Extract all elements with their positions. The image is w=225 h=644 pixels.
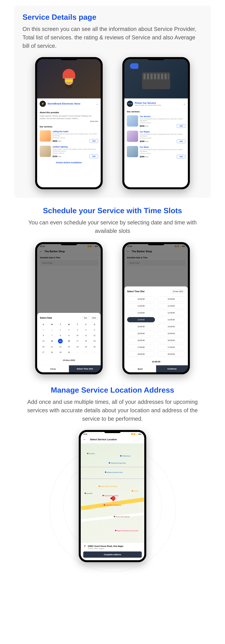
calendar-day-cell[interactable]: 31 xyxy=(48,327,56,333)
calendar-day-cell[interactable]: 21 xyxy=(48,344,56,350)
calendar-day-cell[interactable]: 23 xyxy=(65,344,73,350)
time-slot-option[interactable]: 12:30:00 xyxy=(157,310,185,316)
map-poi-label[interactable]: Shakti Dham Mandir xyxy=(114,516,130,518)
calendar-day-cell[interactable]: 9 xyxy=(65,333,73,338)
chevron-down-icon[interactable]: ⌄ xyxy=(96,102,98,105)
calendar-day-cell[interactable]: 11 xyxy=(82,333,90,338)
calendar-day-cell[interactable]: 16 xyxy=(65,338,73,344)
calendar-day-cell[interactable]: 26 xyxy=(90,344,99,350)
map-poi-label[interactable]: Samadhi xyxy=(84,492,92,494)
calendar-day-cell[interactable]: 14 xyxy=(48,338,56,344)
date-chip[interactable]: 15-Nov-2022 xyxy=(171,290,185,293)
back-button[interactable]: Back xyxy=(124,365,156,372)
time-slot-option[interactable]: 16:00:00 xyxy=(127,338,155,343)
calendar-day-cell[interactable]: 12 xyxy=(90,333,99,338)
time-slot-option[interactable]: 11:30:00 xyxy=(157,303,185,308)
phone-time-picker: 11:14 📶 📶 ⚡ 36% ← The Barber Shop Schedu… xyxy=(122,242,190,374)
close-button[interactable]: Close xyxy=(37,365,69,372)
year-selector[interactable]: 2022 xyxy=(90,316,98,320)
time-slot-option[interactable]: 10:30:00 xyxy=(157,296,185,302)
service-price: $299 xyxy=(140,156,144,158)
calendar-day-cell[interactable]: 7 xyxy=(48,333,56,338)
calendar-day-cell[interactable]: 1 xyxy=(73,350,82,355)
add-button[interactable]: Add xyxy=(177,140,185,143)
about-text: Faulty switches? Shocks and sparks? Circ… xyxy=(40,115,98,120)
service-card[interactable]: Car Wash If you are looking for good car… xyxy=(124,144,188,160)
calendar-day-cell[interactable]: 18 xyxy=(82,338,90,344)
calendar-day-cell[interactable]: 28 xyxy=(48,350,56,355)
service-meta: 3 Person | 30 min xyxy=(140,122,185,124)
calendar-day-cell[interactable]: 22 xyxy=(56,344,65,350)
time-slot-option[interactable]: 15:00:00 xyxy=(127,331,155,336)
time-slot-option[interactable]: 12:00:00 xyxy=(127,310,155,316)
calendar-day-cell[interactable]: 27 xyxy=(39,350,48,355)
show-more-link[interactable]: show more xyxy=(40,120,98,122)
provider-header[interactable]: ⚡ StormBrand Electronic Store ⌄ xyxy=(37,98,101,109)
map-poi-label[interactable]: Rajput Khshatriya kanya hostel xyxy=(115,530,138,532)
service-card[interactable]: outdoor lighting Outdoor Lights - Outdoo… xyxy=(37,144,101,160)
add-button[interactable]: Add xyxy=(90,139,98,143)
calendar-day-cell[interactable]: 3 xyxy=(73,327,82,333)
calendar-day-cell[interactable]: 6 xyxy=(39,333,48,338)
calendar-day-cell[interactable]: 29 xyxy=(56,350,65,355)
calendar-day-cell[interactable]: 20 xyxy=(39,344,48,350)
calendar-day-cell[interactable]: 24 xyxy=(73,344,82,350)
complete-address-button[interactable]: Complete Address xyxy=(83,552,142,558)
map-canvas[interactable]: PUMA Store Chamuda Krupa Store ashapura … xyxy=(81,444,144,560)
map-poi-label[interactable]: ashapura general store xyxy=(105,472,122,473)
time-slot-option[interactable]: 15:30:00 xyxy=(157,331,185,336)
calendar-day-cell[interactable]: 2 xyxy=(65,327,73,333)
time-slot-option[interactable]: 17:00:00 xyxy=(127,345,155,350)
weekday-label: T xyxy=(56,322,65,326)
time-slot-option[interactable]: 13:00:00 xyxy=(127,317,155,322)
add-button[interactable]: Add xyxy=(177,124,185,128)
service-card[interactable]: ceiling-fan-repair Browse through the va… xyxy=(37,129,101,144)
date-picker-sheet: Select Date Nov 2022 SMTWTFS 30311234567… xyxy=(37,313,101,372)
provider-header[interactable]: PISTON Piston Car Service Katira Complex… xyxy=(124,98,188,109)
map-poi-label[interactable]: PUMA Store xyxy=(120,455,130,457)
continue-button[interactable]: Continue xyxy=(156,365,188,372)
service-card[interactable]: Car Service If you are looking for good … xyxy=(124,114,188,129)
calendar-day-cell[interactable]: 30 xyxy=(65,350,73,355)
time-slot-option[interactable]: 11:00:00 xyxy=(127,303,155,308)
service-card[interactable]: Car Repair If you are looking for good c… xyxy=(124,129,188,144)
map-poi-label[interactable]: US Piz xyxy=(132,490,138,492)
select-time-slot-button[interactable]: Select Time Slot xyxy=(69,365,101,372)
time-slot-option[interactable]: 17:30:00 xyxy=(157,345,185,350)
time-slot-option[interactable]: 14:00:00 xyxy=(127,324,155,329)
chevron-down-icon[interactable]: ⌄ xyxy=(183,102,185,105)
weekday-label: M xyxy=(48,322,56,326)
add-button[interactable]: Add xyxy=(90,154,98,158)
calendar-day-cell[interactable]: 13 xyxy=(39,338,48,344)
calendar-day-cell[interactable]: 3 xyxy=(90,350,99,355)
calendar-day-cell[interactable]: 25 xyxy=(82,344,90,350)
map-poi-label[interactable]: Chamuda Krupa Store xyxy=(109,462,126,464)
address-card: 📍 GMDC Guest House Road, Uma Nagar 37000… xyxy=(81,543,144,560)
month-selector[interactable]: Nov xyxy=(82,316,89,320)
time-slot-option[interactable]: 10:00:00 xyxy=(127,296,155,302)
time-slot-option[interactable]: 18:30:00 xyxy=(157,352,185,357)
calendar-day-cell[interactable]: 8 xyxy=(56,333,65,338)
calendar-day-cell[interactable]: 15 xyxy=(58,339,63,344)
service-name: Car Service xyxy=(140,115,185,118)
map-poi-label[interactable]: Papa Louie's Pizza Bhuj xyxy=(98,486,117,487)
time-slot-option[interactable]: 18:00:00 xyxy=(127,352,155,357)
service-old-price: $200 xyxy=(58,156,61,157)
calendar-day-cell[interactable]: 17 xyxy=(73,338,82,344)
service-price: $200 xyxy=(140,125,144,127)
back-arrow-icon[interactable]: ← xyxy=(83,438,86,442)
calendar-day-cell[interactable]: 2 xyxy=(82,350,90,355)
calendar-day-cell[interactable]: 19 xyxy=(90,338,99,344)
calendar-day-cell[interactable]: 30 xyxy=(39,327,48,333)
time-slot-option[interactable]: 14:30:00 xyxy=(157,324,185,329)
add-button[interactable]: Add xyxy=(177,155,185,158)
calendar-day-cell[interactable]: 4 xyxy=(82,327,90,333)
map-pin-icon[interactable] xyxy=(109,496,113,502)
time-slot-option[interactable]: 16:30:00 xyxy=(157,338,185,343)
calendar-day-cell[interactable]: 10 xyxy=(73,333,82,338)
calendar-day-cell[interactable]: 1 xyxy=(56,327,65,333)
map-poi-label[interactable]: Hotel Prince Residency xyxy=(104,504,122,506)
map-poi-label[interactable]: Gardehn xyxy=(87,453,95,454)
calendar-day-cell[interactable]: 5 xyxy=(90,327,99,333)
time-slot-option[interactable]: 13:30:00 xyxy=(157,317,185,322)
